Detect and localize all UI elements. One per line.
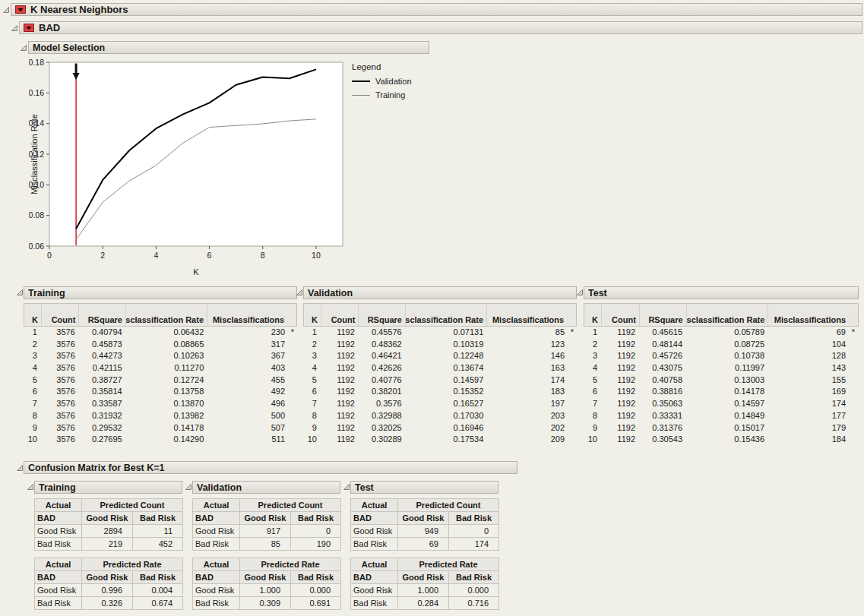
table-cell: 1192 [320, 386, 358, 398]
table-row[interactable]: 311920.457260.10738128 [584, 350, 859, 362]
table-row[interactable]: 811920.333310.14849177 [584, 410, 859, 422]
column-header: Misclassifications [486, 304, 567, 326]
table-row[interactable]: 135760.407940.06432230* [24, 327, 297, 339]
table-row[interactable]: 235760.458730.08865317 [24, 339, 297, 351]
confusion-training-header-bar[interactable]: Training [34, 481, 182, 494]
table-cell: 7 [584, 398, 600, 410]
column-header: K [304, 304, 321, 326]
table-row[interactable]: 611920.382010.15352183 [303, 386, 577, 398]
disclosure-icon[interactable] [11, 24, 18, 32]
table-row[interactable]: 111920.456150.0578969* [584, 327, 859, 339]
table-cell: 169 [767, 386, 849, 398]
best-k-star [288, 350, 297, 362]
confusion-row[interactable]: Good Risk9170 [193, 525, 341, 538]
table-row[interactable]: 635760.358140.13758492 [24, 386, 297, 398]
column-header: Count [601, 304, 639, 326]
table-row[interactable]: 711920.35760.16527197 [303, 398, 577, 410]
table-cell: 203 [486, 410, 568, 422]
section-title: Training [28, 288, 65, 299]
table-row[interactable]: 735760.335870.13870496 [24, 398, 297, 410]
confusion-row[interactable]: Bad Risk219452 [35, 538, 183, 551]
disclosure-icon[interactable] [185, 483, 192, 491]
table-cell: 3 [24, 350, 40, 362]
model-selection-plot[interactable]: 0.060.080.100.120.140.160.180246810Miscl… [29, 58, 356, 280]
confusion-row[interactable]: Bad Risk0.3260.674 [35, 597, 183, 610]
table-cell: 0.43075 [638, 362, 685, 374]
actual-header: Actual [35, 558, 82, 571]
table-row[interactable]: 311920.464210.12248146 [303, 350, 577, 362]
table-cell: 0.14290 [125, 434, 207, 446]
table-cell: 5 [24, 374, 40, 387]
response-header: BAD [351, 512, 398, 525]
disclosure-icon[interactable] [16, 289, 24, 296]
knn-header-bar[interactable]: K Nearest Neighbors [11, 3, 862, 16]
confusion-row[interactable]: Good Risk1.0000.000 [351, 584, 499, 597]
best-k-star [568, 410, 577, 422]
confusion-row[interactable]: Bad Risk0.2840.716 [351, 597, 499, 610]
table-cell: 0.13982 [125, 410, 207, 422]
table-row[interactable]: 911920.313760.15017179 [584, 422, 859, 434]
table-cell: 3 [303, 350, 320, 362]
table-row[interactable]: 511920.407580.13003155 [584, 374, 859, 387]
table-row[interactable]: 835760.319320.13982500 [24, 410, 297, 422]
table-row[interactable]: 211920.483620.10319123 [303, 339, 577, 351]
table-row[interactable]: 435760.421150.11270403 [24, 362, 297, 374]
disclosure-icon[interactable] [16, 464, 24, 472]
legend-item[interactable]: Training [352, 90, 412, 100]
confusion-row[interactable]: Bad Risk69174 [351, 538, 499, 551]
table-row[interactable]: 111920.455760.0713185* [303, 327, 577, 339]
table-cell: 500 [207, 410, 288, 422]
legend-label: Training [375, 90, 405, 100]
table-row[interactable]: 711920.350630.14597174 [584, 398, 859, 410]
x-tick-label: 0 [47, 251, 52, 260]
confusion-test-section: Test ActualPredicted CountBADGood RiskBa… [350, 481, 498, 610]
best-k-star [288, 339, 297, 351]
disclosure-icon[interactable] [20, 44, 27, 52]
column-header: K [24, 304, 41, 326]
response-header: BAD [193, 571, 240, 584]
disclosure-icon[interactable] [343, 483, 350, 491]
table-cell: 0.45615 [638, 327, 685, 339]
disclosure-icon[interactable] [2, 6, 10, 14]
table-cell: 1192 [600, 374, 638, 387]
table-row[interactable]: 1035760.276950.14290511 [24, 434, 297, 446]
validation-header-bar[interactable]: Validation [303, 286, 577, 299]
model-selection-header-bar[interactable]: Model Selection [28, 41, 429, 54]
table-row[interactable]: 335760.442730.10263367 [24, 350, 297, 362]
confusion-test-header-bar[interactable]: Test [350, 481, 498, 494]
x-axis-label: K [193, 267, 199, 276]
disclosure-icon[interactable] [576, 289, 584, 296]
confusion-row[interactable]: Good Risk1.0000.000 [193, 584, 341, 597]
table-row[interactable]: 811920.329880.17030203 [303, 410, 577, 422]
confusion-row[interactable]: Bad Risk85190 [193, 538, 341, 551]
table-row[interactable]: 511920.407760.14597174 [303, 374, 577, 387]
disclosure-icon[interactable] [27, 483, 34, 491]
table-cell: 6 [584, 386, 600, 398]
training-header-bar[interactable]: Training [24, 286, 297, 299]
table-row[interactable]: 611920.388160.14178169 [584, 386, 859, 398]
bad-header-bar[interactable]: BAD [19, 21, 862, 34]
confusion-row[interactable]: Bad Risk0.3090.691 [193, 597, 341, 610]
disclosure-icon[interactable] [296, 289, 303, 296]
legend-item[interactable]: Validation [352, 77, 412, 86]
confusion-row[interactable]: Good Risk0.9960.004 [35, 584, 183, 597]
table-row[interactable]: 411920.426260.13674163 [303, 362, 577, 374]
table-row[interactable]: 411920.430750.11997143 [584, 362, 859, 374]
confusion-validation-header-bar[interactable]: Validation [192, 481, 340, 494]
test-header-bar[interactable]: Test [584, 286, 859, 299]
table-row[interactable]: 1011920.305430.15436184 [584, 434, 859, 446]
confusion-row[interactable]: Good Risk289411 [35, 525, 183, 538]
confusion-header-bar[interactable]: Confusion Matrix for Best K=1 [24, 461, 517, 474]
table-row[interactable]: 911920.320250.16946202 [303, 422, 577, 434]
table-row[interactable]: 935760.295320.14178507 [24, 422, 297, 434]
plot-area[interactable] [49, 62, 343, 246]
red-triangle-menu-icon[interactable] [15, 5, 26, 14]
table-cell: 1192 [320, 362, 358, 374]
table-row[interactable]: 211920.481440.08725104 [584, 339, 859, 351]
confusion-value: 0 [291, 525, 341, 538]
confusion-row[interactable]: Good Risk9490 [351, 525, 499, 538]
red-triangle-menu-icon[interactable] [24, 24, 34, 32]
table-row[interactable]: 535760.387270.12724455 [24, 374, 297, 387]
table-row[interactable]: 1011920.302890.17534209 [303, 434, 577, 446]
actual-level-label: Good Risk [351, 525, 398, 538]
